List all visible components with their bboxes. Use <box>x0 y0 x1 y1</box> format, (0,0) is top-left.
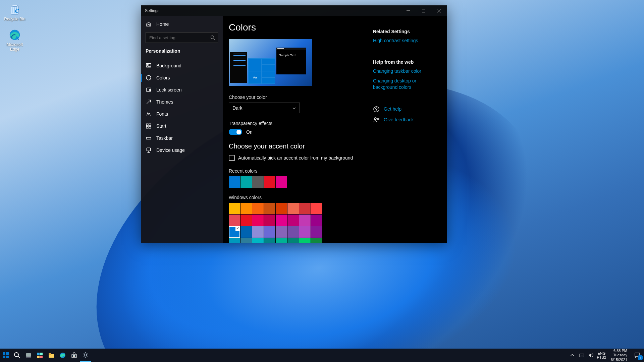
recent-color-swatch[interactable] <box>276 176 287 188</box>
svg-line-9 <box>214 39 215 40</box>
help-link-taskbar-color[interactable]: Changing taskbar color <box>373 68 441 74</box>
recycle-bin-icon[interactable]: Recycle Bin <box>2 3 28 27</box>
svg-rect-20 <box>147 148 150 151</box>
svg-point-11 <box>147 64 148 65</box>
sidebar-item-device-usage[interactable]: Device usage <box>141 144 223 156</box>
windows-color-swatch[interactable] <box>240 226 252 238</box>
edge-taskbar-button[interactable] <box>57 349 68 362</box>
windows-color-swatch[interactable] <box>229 215 240 226</box>
task-view-button[interactable] <box>23 349 34 362</box>
windows-color-swatch[interactable] <box>287 215 299 226</box>
recent-color-swatch[interactable] <box>264 176 275 188</box>
svg-rect-5 <box>422 9 425 12</box>
help-link-background-colors[interactable]: Changing desktop or background colors <box>373 78 441 90</box>
tray-overflow-button[interactable] <box>568 349 577 362</box>
sidebar-item-themes[interactable]: Themes <box>141 96 223 108</box>
widgets-button[interactable] <box>34 349 46 362</box>
sidebar-item-taskbar[interactable]: Taskbar <box>141 132 223 144</box>
windows-color-swatch[interactable] <box>229 238 240 243</box>
sidebar-item-colors[interactable]: Colors <box>141 72 223 84</box>
windows-color-swatch[interactable] <box>299 226 311 238</box>
notifications-button[interactable]: 4 <box>631 349 644 362</box>
choose-color-label: Choose your color <box>229 95 366 100</box>
windows-color-swatch[interactable] <box>252 238 264 243</box>
close-button[interactable] <box>431 5 447 16</box>
windows-color-swatch[interactable] <box>240 215 252 226</box>
windows-color-swatch[interactable] <box>264 238 275 243</box>
background-icon <box>146 63 152 69</box>
taskbar-clock[interactable]: 6:35 PM Tuesday 6/15/2021 <box>607 349 631 362</box>
settings-taskbar-button[interactable] <box>80 349 91 362</box>
windows-color-swatch[interactable] <box>240 238 252 243</box>
recent-color-swatch[interactable] <box>252 176 264 188</box>
windows-color-swatch[interactable] <box>311 238 322 243</box>
home-nav[interactable]: Home <box>141 18 223 30</box>
windows-color-swatch[interactable] <box>287 226 299 238</box>
windows-color-swatch[interactable] <box>299 203 311 214</box>
windows-colors-grid <box>229 203 326 243</box>
windows-color-swatch[interactable] <box>276 203 287 214</box>
give-feedback-link[interactable]: Give feedback <box>373 117 441 123</box>
tray-touch-keyboard-icon[interactable] <box>577 349 586 362</box>
svg-rect-41 <box>73 355 74 356</box>
svg-rect-27 <box>3 356 5 358</box>
transparency-toggle[interactable] <box>229 129 242 135</box>
minimize-button[interactable] <box>400 5 416 16</box>
windows-color-swatch[interactable] <box>229 226 240 238</box>
search-input[interactable] <box>149 35 208 40</box>
language-indicator[interactable]: ENG PTB2 <box>596 351 608 359</box>
recent-color-swatch[interactable] <box>240 176 252 188</box>
title-bar[interactable]: Settings <box>141 5 447 16</box>
get-help-label: Get help <box>384 106 401 112</box>
windows-color-swatch[interactable] <box>240 203 252 214</box>
svg-rect-36 <box>40 356 43 358</box>
windows-color-swatch[interactable] <box>276 215 287 226</box>
choose-color-dropdown[interactable]: Dark <box>229 103 300 113</box>
svg-rect-15 <box>146 124 148 126</box>
start-button[interactable] <box>0 349 11 362</box>
windows-color-swatch[interactable] <box>276 226 287 238</box>
sidebar-item-fonts[interactable]: Fonts <box>141 108 223 120</box>
colors-preview: Aa Sample Text <box>229 39 312 86</box>
give-feedback-label: Give feedback <box>384 117 414 123</box>
file-explorer-button[interactable] <box>46 349 57 362</box>
svg-rect-25 <box>3 352 5 355</box>
sidebar-item-background[interactable]: Background <box>141 60 223 72</box>
windows-color-swatch[interactable] <box>252 203 264 214</box>
help-heading: Help from the web <box>373 59 441 65</box>
windows-color-swatch[interactable] <box>264 203 275 214</box>
high-contrast-link[interactable]: High contrast settings <box>373 38 441 44</box>
store-button[interactable] <box>68 349 80 362</box>
windows-color-swatch[interactable] <box>252 215 264 226</box>
window-title: Settings <box>145 8 159 13</box>
windows-color-swatch[interactable] <box>276 238 287 243</box>
windows-color-swatch[interactable] <box>299 238 311 243</box>
windows-color-swatch[interactable] <box>299 215 311 226</box>
maximize-button[interactable] <box>416 5 431 16</box>
sidebar-item-label: Lock screen <box>156 87 181 93</box>
search-box[interactable] <box>146 32 218 43</box>
windows-color-swatch[interactable] <box>311 215 322 226</box>
lang-line1: ENG <box>597 351 606 355</box>
windows-color-swatch[interactable] <box>287 203 299 214</box>
get-help-link[interactable]: Get help <box>373 106 441 113</box>
windows-color-swatch[interactable] <box>264 226 275 238</box>
svg-rect-14 <box>149 89 150 91</box>
help-icon <box>373 106 380 113</box>
volume-icon[interactable] <box>586 349 596 362</box>
windows-color-swatch[interactable] <box>287 238 299 243</box>
windows-color-swatch[interactable] <box>311 203 322 214</box>
windows-color-swatch[interactable] <box>229 203 240 214</box>
windows-color-swatch[interactable] <box>264 215 275 226</box>
taskbar-search-button[interactable] <box>11 349 23 362</box>
auto-pick-checkbox[interactable] <box>229 155 235 161</box>
edge-browser-icon[interactable]: Microsoft Edge <box>2 28 28 52</box>
windows-color-swatch[interactable] <box>252 226 264 238</box>
windows-color-swatch[interactable] <box>311 226 322 238</box>
recent-color-swatch[interactable] <box>229 176 240 188</box>
sidebar-item-label: Themes <box>156 99 173 105</box>
svg-rect-43 <box>73 356 74 357</box>
svg-rect-18 <box>149 126 151 128</box>
sidebar-item-start[interactable]: Start <box>141 120 223 132</box>
sidebar-item-lock-screen[interactable]: Lock screen <box>141 84 223 96</box>
